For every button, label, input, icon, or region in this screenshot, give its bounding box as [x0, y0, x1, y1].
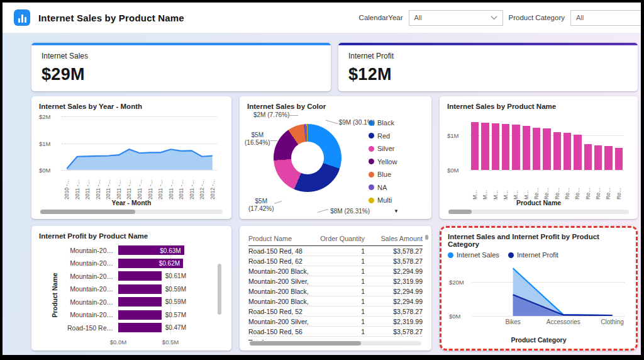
plot-area: $2M$1M$0M — [62, 116, 218, 170]
x-tick: 2011 -… — [103, 171, 114, 199]
horizontal-scrollbar[interactable] — [448, 210, 629, 214]
table-row[interactable]: Mountain-200 Silver, 461$2,319.99 — [248, 317, 423, 327]
x-tick-label: Ro… — [595, 171, 602, 200]
table-cell: 1 — [309, 317, 365, 327]
bar[interactable] — [615, 148, 623, 170]
x-tick: 2011 -… — [176, 171, 187, 199]
area-series[interactable] — [62, 116, 218, 170]
table-row[interactable]: Road-150 Red, 481$3,578.27 — [248, 246, 423, 256]
x-tick-label: Ro… — [584, 171, 591, 200]
kpi-value: $29M — [42, 65, 321, 84]
legend-label: Internet Sales — [457, 251, 499, 259]
x-tick: 2012 -… — [207, 171, 218, 199]
bar[interactable]: $0.63M — [118, 245, 184, 255]
scrollbar-thumb[interactable] — [448, 210, 472, 214]
column-header[interactable]: Product Name — [248, 233, 309, 246]
x-tick: 2012 -… — [197, 171, 208, 199]
bar[interactable] — [471, 122, 479, 170]
calendar-year-dropdown[interactable]: All — [409, 10, 503, 26]
table-row[interactable]: Road-150 Red, 561$3,578.27 — [248, 327, 423, 337]
table-cell: 1 — [309, 286, 365, 296]
table-row[interactable]: Mountain-200 Black, 421$2,294.99 — [248, 266, 423, 276]
table-cell: $2,294.99 — [365, 296, 423, 307]
kpi-card-internet-profit[interactable]: Internet Profit $12M — [338, 43, 638, 91]
legend-item-blue[interactable]: Blue — [369, 171, 424, 178]
x-tick-label: Clothing — [601, 318, 624, 325]
x-tick: M… — [491, 171, 501, 199]
bar[interactable] — [502, 124, 509, 170]
bar[interactable] — [118, 323, 162, 332]
report-canvas: Internet Sales $29M Internet Profit $12M… — [3, 33, 641, 351]
x-tick: Ro… — [572, 171, 582, 199]
bar-value-label: $0.62M — [159, 260, 180, 267]
bar[interactable] — [584, 144, 592, 170]
bar[interactable] — [118, 271, 162, 281]
x-axis-labels: BikesAccessoriesClothing — [472, 318, 625, 327]
card-profit-by-product: Internet Profit by Product Name Product … — [31, 226, 231, 351]
legend-item-na[interactable]: NA — [369, 184, 424, 191]
donut-legend: BlackRedSilverYellowBlueNAMulti▼ — [369, 111, 424, 215]
legend-item-multi[interactable]: Multi — [369, 196, 424, 204]
table-row[interactable]: Mountain-200 Black, 461$2,294.99 — [248, 286, 423, 296]
product-category-dropdown[interactable]: All — [570, 10, 641, 26]
legend-item-black[interactable]: Black — [369, 119, 424, 127]
legend-label: Black — [377, 119, 394, 127]
area-series-group[interactable] — [472, 264, 625, 316]
vertical-scrollbar[interactable] — [218, 264, 221, 320]
bar[interactable] — [574, 135, 581, 170]
x-tick-label: Bikes — [505, 318, 520, 325]
category-label: Mountain-20… — [53, 259, 118, 267]
bar[interactable] — [118, 310, 162, 320]
bar[interactable] — [523, 126, 530, 170]
scrollbar-thumb[interactable] — [218, 264, 221, 315]
table-cell: 1 — [309, 266, 365, 276]
table-cell: $2,294.99 — [365, 266, 423, 276]
scrollbar-thumb[interactable] — [40, 210, 135, 214]
legend-item-yellow[interactable]: Yellow — [369, 158, 424, 166]
vertical-scrollbar-thumb[interactable] — [425, 235, 428, 240]
y-tick-label: $0M — [449, 313, 469, 320]
donut-ring[interactable] — [274, 124, 341, 192]
horizontal-scrollbar[interactable] — [250, 341, 421, 346]
table-cell: $2,294.99 — [365, 286, 423, 296]
bar[interactable] — [564, 133, 571, 170]
legend-item-internet-sales[interactable]: Internet Sales — [448, 251, 499, 259]
bar[interactable] — [533, 128, 540, 170]
bar[interactable]: $0.62M — [118, 259, 183, 268]
legend-label: NA — [377, 184, 387, 191]
legend-item-red[interactable]: Red — [369, 132, 424, 140]
bar[interactable] — [543, 128, 550, 170]
horizontal-scrollbar[interactable] — [40, 210, 223, 214]
bar[interactable] — [492, 123, 499, 170]
bar[interactable] — [118, 284, 162, 294]
bar[interactable] — [118, 297, 162, 307]
x-tick-label: M… — [472, 171, 479, 200]
bar[interactable] — [481, 123, 489, 170]
total-cell — [309, 337, 365, 341]
legend-item-silver[interactable]: Silver — [369, 145, 424, 152]
table-row[interactable]: Mountain-200 Black, 381$2,294.99 — [248, 296, 423, 307]
legend-item-internet-profit[interactable]: Internet Profit — [508, 251, 558, 259]
legend-expand-icon[interactable]: ▼ — [369, 208, 424, 214]
bar-value-label: $0.59M — [165, 298, 186, 305]
bar[interactable] — [604, 146, 612, 170]
chart-row-1: Internet Sales by Year - Month $2M$1M$0M… — [31, 96, 638, 219]
table-row[interactable]: Mountain-200 Silver, 381$2,319.99 — [248, 276, 423, 286]
scrollbar-thumb[interactable] — [250, 341, 361, 346]
table-cell: Mountain-200 Silver, 46 — [248, 317, 309, 327]
table-cell: Road-150 Red, 62 — [248, 256, 309, 266]
column-header[interactable]: Order Quantity — [309, 233, 365, 246]
kpi-card-internet-sales[interactable]: Internet Sales $29M — [31, 43, 331, 91]
x-tick-label: $0.0M — [110, 339, 126, 346]
bar[interactable] — [553, 132, 561, 170]
bar[interactable] — [594, 145, 602, 170]
column-header[interactable]: Sales Amount — [365, 233, 423, 246]
bar[interactable] — [512, 125, 519, 170]
bar-track: $0.63M — [118, 245, 186, 255]
table-row[interactable]: Road-150 Red, 521$3,578.27 — [248, 307, 423, 317]
x-tick: Ro… — [541, 171, 552, 199]
table-row[interactable]: Road-150 Red, 621$3,578.27 — [248, 256, 423, 266]
hbar-row: Mountain-20…$0.59M — [53, 296, 215, 307]
table-cell: 1 — [309, 276, 365, 286]
table-cell: $3,578.27 — [365, 256, 423, 266]
